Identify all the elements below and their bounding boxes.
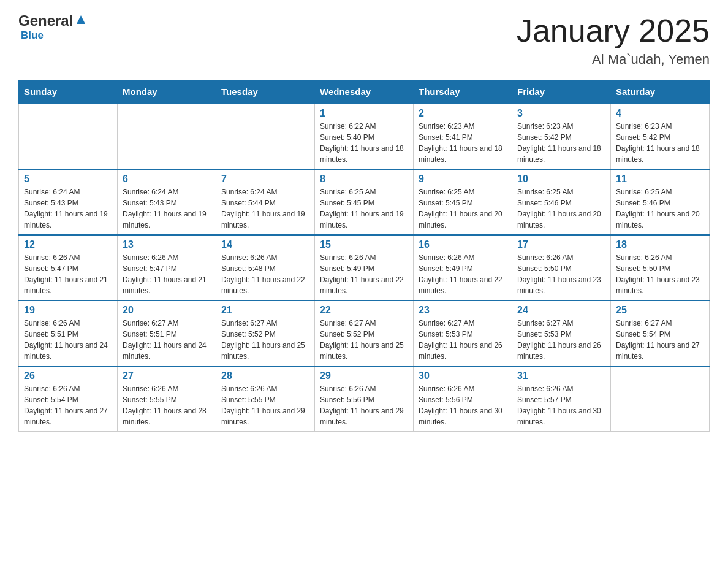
day-number: 21 (221, 305, 309, 316)
day-info: Sunrise: 6:25 AM Sunset: 5:45 PM Dayligh… (320, 186, 408, 231)
calendar-cell: 31Sunrise: 6:26 AM Sunset: 5:57 PM Dayli… (512, 366, 611, 432)
calendar-cell: 8Sunrise: 6:25 AM Sunset: 5:45 PM Daylig… (315, 169, 414, 235)
day-number: 18 (616, 239, 704, 250)
day-number: 19 (24, 305, 112, 316)
day-number: 4 (616, 108, 704, 119)
calendar-cell: 25Sunrise: 6:27 AM Sunset: 5:54 PM Dayli… (611, 301, 710, 366)
day-number: 5 (24, 174, 112, 185)
day-info: Sunrise: 6:26 AM Sunset: 5:50 PM Dayligh… (517, 252, 605, 296)
day-number: 12 (24, 239, 112, 250)
day-number: 6 (123, 174, 211, 185)
day-info: Sunrise: 6:27 AM Sunset: 5:52 PM Dayligh… (320, 318, 408, 362)
day-number: 9 (419, 174, 507, 185)
day-info: Sunrise: 6:26 AM Sunset: 5:49 PM Dayligh… (320, 252, 408, 296)
day-info: Sunrise: 6:26 AM Sunset: 5:51 PM Dayligh… (24, 318, 112, 362)
day-number: 30 (419, 370, 507, 381)
day-info: Sunrise: 6:26 AM Sunset: 5:47 PM Dayligh… (123, 252, 211, 296)
col-wednesday: Wednesday (315, 80, 414, 104)
calendar-cell: 21Sunrise: 6:27 AM Sunset: 5:52 PM Dayli… (216, 301, 315, 366)
day-info: Sunrise: 6:26 AM Sunset: 5:47 PM Dayligh… (24, 252, 112, 296)
day-number: 10 (517, 174, 605, 185)
calendar-cell: 9Sunrise: 6:25 AM Sunset: 5:45 PM Daylig… (414, 169, 512, 235)
calendar-header-row: Sunday Monday Tuesday Wednesday Thursday… (19, 80, 710, 104)
day-number: 1 (320, 108, 408, 119)
day-info: Sunrise: 6:26 AM Sunset: 5:57 PM Dayligh… (517, 383, 605, 427)
day-info: Sunrise: 6:26 AM Sunset: 5:56 PM Dayligh… (419, 383, 507, 427)
day-info: Sunrise: 6:24 AM Sunset: 5:43 PM Dayligh… (123, 186, 211, 231)
day-number: 26 (24, 370, 112, 381)
title-block: January 2025 Al Ma`udah, Yemen (517, 12, 710, 67)
day-number: 27 (123, 370, 211, 381)
calendar-cell: 26Sunrise: 6:26 AM Sunset: 5:54 PM Dayli… (19, 366, 118, 432)
day-info: Sunrise: 6:22 AM Sunset: 5:40 PM Dayligh… (320, 121, 408, 165)
day-info: Sunrise: 6:23 AM Sunset: 5:42 PM Dayligh… (616, 121, 704, 165)
calendar-table: Sunday Monday Tuesday Wednesday Thursday… (18, 80, 710, 432)
calendar-cell: 30Sunrise: 6:26 AM Sunset: 5:56 PM Dayli… (414, 366, 512, 432)
calendar-cell: 12Sunrise: 6:26 AM Sunset: 5:47 PM Dayli… (19, 235, 118, 301)
day-info: Sunrise: 6:27 AM Sunset: 5:54 PM Dayligh… (616, 318, 704, 362)
day-number: 15 (320, 239, 408, 250)
calendar-cell: 18Sunrise: 6:26 AM Sunset: 5:50 PM Dayli… (611, 235, 710, 301)
day-number: 23 (419, 305, 507, 316)
calendar-cell: 27Sunrise: 6:26 AM Sunset: 5:55 PM Dayli… (118, 366, 216, 432)
day-info: Sunrise: 6:25 AM Sunset: 5:46 PM Dayligh… (616, 186, 704, 231)
calendar-cell: 5Sunrise: 6:24 AM Sunset: 5:43 PM Daylig… (19, 169, 118, 235)
logo-triangle-icon (74, 13, 88, 26)
svg-marker-0 (77, 15, 85, 24)
col-friday: Friday (512, 80, 611, 104)
day-info: Sunrise: 6:24 AM Sunset: 5:44 PM Dayligh… (221, 186, 309, 231)
day-info: Sunrise: 6:27 AM Sunset: 5:51 PM Dayligh… (123, 318, 211, 362)
day-number: 29 (320, 370, 408, 381)
day-number: 13 (123, 239, 211, 250)
calendar-cell: 3Sunrise: 6:23 AM Sunset: 5:42 PM Daylig… (512, 104, 611, 169)
day-info: Sunrise: 6:26 AM Sunset: 5:55 PM Dayligh… (123, 383, 211, 427)
day-info: Sunrise: 6:23 AM Sunset: 5:41 PM Dayligh… (419, 121, 507, 165)
week-row-4: 26Sunrise: 6:26 AM Sunset: 5:54 PM Dayli… (19, 366, 710, 432)
day-info: Sunrise: 6:25 AM Sunset: 5:46 PM Dayligh… (517, 186, 605, 231)
calendar-cell: 2Sunrise: 6:23 AM Sunset: 5:41 PM Daylig… (414, 104, 512, 169)
calendar-cell (118, 104, 216, 169)
col-monday: Monday (118, 80, 216, 104)
week-row-0: 1Sunrise: 6:22 AM Sunset: 5:40 PM Daylig… (19, 104, 710, 169)
week-row-3: 19Sunrise: 6:26 AM Sunset: 5:51 PM Dayli… (19, 301, 710, 366)
calendar-cell: 16Sunrise: 6:26 AM Sunset: 5:49 PM Dayli… (414, 235, 512, 301)
calendar-subtitle: Al Ma`udah, Yemen (517, 52, 710, 67)
col-thursday: Thursday (414, 80, 512, 104)
day-info: Sunrise: 6:26 AM Sunset: 5:50 PM Dayligh… (616, 252, 704, 296)
col-saturday: Saturday (611, 80, 710, 104)
week-row-1: 5Sunrise: 6:24 AM Sunset: 5:43 PM Daylig… (19, 169, 710, 235)
calendar-cell: 1Sunrise: 6:22 AM Sunset: 5:40 PM Daylig… (315, 104, 414, 169)
day-number: 24 (517, 305, 605, 316)
day-info: Sunrise: 6:26 AM Sunset: 5:54 PM Dayligh… (24, 383, 112, 427)
day-info: Sunrise: 6:26 AM Sunset: 5:55 PM Dayligh… (221, 383, 309, 427)
day-number: 3 (517, 108, 605, 119)
calendar-cell: 14Sunrise: 6:26 AM Sunset: 5:48 PM Dayli… (216, 235, 315, 301)
calendar-cell: 19Sunrise: 6:26 AM Sunset: 5:51 PM Dayli… (19, 301, 118, 366)
calendar-cell: 22Sunrise: 6:27 AM Sunset: 5:52 PM Dayli… (315, 301, 414, 366)
day-number: 20 (123, 305, 211, 316)
calendar-cell: 7Sunrise: 6:24 AM Sunset: 5:44 PM Daylig… (216, 169, 315, 235)
calendar-cell: 11Sunrise: 6:25 AM Sunset: 5:46 PM Dayli… (611, 169, 710, 235)
day-number: 8 (320, 174, 408, 185)
calendar-cell: 20Sunrise: 6:27 AM Sunset: 5:51 PM Dayli… (118, 301, 216, 366)
day-number: 14 (221, 239, 309, 250)
calendar-cell: 17Sunrise: 6:26 AM Sunset: 5:50 PM Dayli… (512, 235, 611, 301)
page-header: General Blue January 2025 Al Ma`udah, Ye… (18, 12, 710, 67)
week-row-2: 12Sunrise: 6:26 AM Sunset: 5:47 PM Dayli… (19, 235, 710, 301)
day-info: Sunrise: 6:27 AM Sunset: 5:53 PM Dayligh… (419, 318, 507, 362)
day-info: Sunrise: 6:26 AM Sunset: 5:48 PM Dayligh… (221, 252, 309, 296)
col-sunday: Sunday (19, 80, 118, 104)
logo-blue-text: Blue (21, 29, 44, 42)
calendar-cell: 4Sunrise: 6:23 AM Sunset: 5:42 PM Daylig… (611, 104, 710, 169)
day-number: 11 (616, 174, 704, 185)
calendar-cell: 24Sunrise: 6:27 AM Sunset: 5:53 PM Dayli… (512, 301, 611, 366)
col-tuesday: Tuesday (216, 80, 315, 104)
day-info: Sunrise: 6:27 AM Sunset: 5:52 PM Dayligh… (221, 318, 309, 362)
day-info: Sunrise: 6:25 AM Sunset: 5:45 PM Dayligh… (419, 186, 507, 231)
day-number: 17 (517, 239, 605, 250)
day-number: 7 (221, 174, 309, 185)
calendar-cell: 29Sunrise: 6:26 AM Sunset: 5:56 PM Dayli… (315, 366, 414, 432)
day-number: 16 (419, 239, 507, 250)
logo: General Blue (18, 12, 88, 42)
calendar-cell: 28Sunrise: 6:26 AM Sunset: 5:55 PM Dayli… (216, 366, 315, 432)
